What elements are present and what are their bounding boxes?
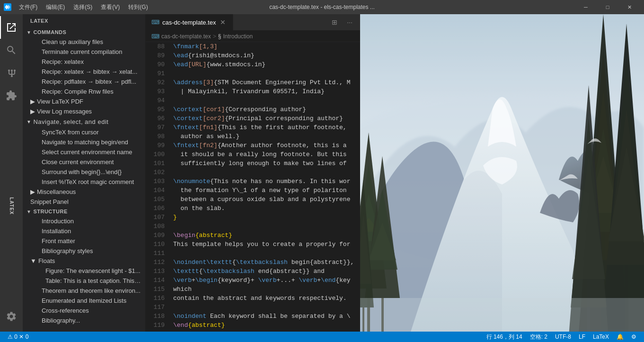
struct-cross-ref[interactable]: Cross-references <box>23 306 145 316</box>
status-line-ending[interactable]: LF <box>575 332 589 342</box>
cmd-recipe-rnw[interactable]: Recipe: Compile Rnw files <box>23 87 145 96</box>
activity-settings[interactable] <box>0 305 23 328</box>
struct-front-matter[interactable]: Front matter <box>23 236 145 246</box>
line-number: 89 <box>146 51 165 60</box>
menu-edit[interactable]: 编辑(E) <box>42 2 69 12</box>
status-spaces[interactable]: 空格: 2 <box>526 332 551 342</box>
cmd-recipe-xelatex[interactable]: Recipe: xelatex <box>23 57 145 67</box>
status-feedback[interactable]: 🔔 <box>613 332 627 342</box>
structure-section-header[interactable]: ▼ STRUCTURE <box>23 207 145 216</box>
code-editor[interactable]: \fnmark[1,3]\ead{rishi@stmdocs.in}\ead[U… <box>169 42 360 332</box>
status-remote[interactable]: ⚙ <box>627 332 640 342</box>
more-actions-button[interactable]: ··· <box>343 16 356 29</box>
code-line <box>173 96 360 105</box>
struct-bibliography[interactable]: Bibliography styles <box>23 246 145 256</box>
tex-label: LATEX <box>0 195 23 218</box>
cmd-clean-aux[interactable]: Clean up auxiliary files <box>23 37 145 47</box>
code-line: \texttt{\textbackslash end{abstract}} an… <box>173 267 360 276</box>
sidebar: LATEX ▼ COMMANDS Clean up auxiliary file… <box>23 14 146 332</box>
close-button[interactable]: ✕ <box>618 0 640 14</box>
struct-enumerated[interactable]: Enumerated and Itemized Lists <box>23 296 145 306</box>
float-table[interactable]: Table: This is a test caption. This i... <box>23 276 145 286</box>
breadcrumb-separator: > <box>213 33 216 40</box>
commands-section-header[interactable]: ▼ COMMANDS <box>23 27 145 37</box>
split-editor-button[interactable]: ⊞ <box>328 16 341 29</box>
line-number: 91 <box>146 69 165 78</box>
line-number: 111 <box>146 249 165 258</box>
cmd-recipe-xelatex-bibtex[interactable]: Recipe: xelatex → bibtex → xelat... <box>23 67 145 77</box>
navigate-label: Navigate, select, and edit <box>33 118 108 125</box>
floats-header[interactable]: ▼ Floats <box>23 256 145 266</box>
navigate-section-header[interactable]: ▼ Navigate, select, and edit <box>23 116 145 127</box>
struct-installation[interactable]: Installation <box>23 226 145 236</box>
breadcrumb: ⌨ cas-dc-template.tex > § Introduction <box>146 31 360 42</box>
menu-file[interactable]: 文件(F) <box>15 2 41 12</box>
status-language[interactable]: LaTeX <box>589 332 613 342</box>
activity-extensions[interactable] <box>0 84 23 107</box>
code-line <box>173 69 360 78</box>
breadcrumb-section-icon: § <box>218 33 221 40</box>
active-tab[interactable]: ⌨ cas-dc-template.tex ✕ <box>146 14 233 30</box>
activity-explorer[interactable] <box>0 16 23 39</box>
activity-git[interactable] <box>0 61 23 84</box>
code-line: \ead{rishi@stmdocs.in} <box>173 51 360 60</box>
status-position[interactable]: 行 146，列 14 <box>483 332 526 342</box>
view-log-messages[interactable]: ▶ View Log messages <box>23 106 145 116</box>
tab-close-button[interactable]: ✕ <box>219 18 227 26</box>
line-number: 100 <box>146 150 165 159</box>
breadcrumb-file-icon: ⌨ <box>151 33 159 40</box>
line-number: 99 <box>146 141 165 150</box>
window-controls[interactable]: ─ □ ✕ <box>575 0 640 14</box>
minimize-button[interactable]: ─ <box>575 0 597 14</box>
line-number: 112 <box>146 258 165 267</box>
code-line <box>173 249 360 258</box>
snippet-panel-item[interactable]: Snippet Panel <box>23 197 145 207</box>
struct-bib[interactable]: Bibliography... <box>23 316 145 325</box>
view-latex-pdf[interactable]: ▶ View LaTeX PDF <box>23 96 145 106</box>
struct-introduction[interactable]: Introduction <box>23 216 145 226</box>
status-position-text: 行 146，列 14 <box>486 333 522 341</box>
tab-file-icon: ⌨ <box>151 19 159 26</box>
main-layout: LATEX LATEX ▼ COMMANDS Clean up auxiliar… <box>0 14 644 332</box>
maximize-button[interactable]: □ <box>597 0 618 14</box>
line-number: 107 <box>146 213 165 222</box>
nav-surround[interactable]: Surround with begin{}...\end{} <box>23 167 145 177</box>
activity-search[interactable] <box>0 39 23 61</box>
code-line: \verb+\begin{keyword}+ \verb+...+ \verb+… <box>173 276 360 285</box>
misc-label: Miscellaneous <box>37 188 76 195</box>
menu-bar[interactable]: 文件(F) 编辑(E) 选择(S) 查看(V) 转到(G) <box>15 2 152 12</box>
status-problems[interactable]: ⚠ 0 ✕ 0 <box>4 332 32 342</box>
miscellaneous-item[interactable]: ▶ Miscellaneous <box>23 187 145 197</box>
nav-select-env[interactable]: Select current environment name <box>23 147 145 157</box>
line-number: 97 <box>146 123 165 132</box>
activity-bar: LATEX <box>0 14 23 332</box>
line-numbers: 8889909192939495969798991001011021031041… <box>146 42 169 332</box>
code-line: | Malayinkil, Trivandrum 695571, India} <box>173 87 360 96</box>
code-line: \fntext[fn2]{Another author footnote, th… <box>173 141 360 150</box>
status-encoding[interactable]: UTF-8 <box>551 332 575 342</box>
structure-label: STRUCTURE <box>33 209 67 214</box>
cmd-terminate[interactable]: Terminate current compilation <box>23 47 145 57</box>
cmd-recipe-pdflatex-bibtex[interactable]: Recipe: pdflatex → bibtex → pdfl... <box>23 77 145 87</box>
nav-synctex[interactable]: SyncTeX from cursor <box>23 127 145 137</box>
code-line <box>173 222 360 231</box>
line-number: 117 <box>146 303 165 312</box>
nav-insert-root[interactable]: Insert %!TeX root magic comment <box>23 177 145 187</box>
nav-matching[interactable]: Navigate to matching begin/end <box>23 137 145 147</box>
breadcrumb-file[interactable]: cas-dc-template.tex <box>161 33 211 40</box>
menu-view[interactable]: 查看(V) <box>97 2 124 12</box>
line-number: 113 <box>146 267 165 276</box>
nav-close-env[interactable]: Close current environment <box>23 157 145 167</box>
struct-theorem[interactable]: Theorem and theorem like environ... <box>23 286 145 296</box>
breadcrumb-section[interactable]: Introduction <box>223 33 253 40</box>
structure-arrow-icon: ▼ <box>26 209 31 214</box>
float-figure[interactable]: Figure: The evanescent light - $1... <box>23 266 145 276</box>
code-line: \fntext[fn1]{This is the first author fo… <box>173 123 360 132</box>
menu-select[interactable]: 选择(S) <box>70 2 96 12</box>
floats-label: Floats <box>38 257 55 264</box>
line-number: 93 <box>146 87 165 96</box>
line-number: 94 <box>146 96 165 105</box>
image-panel <box>360 14 644 332</box>
line-number: 96 <box>146 114 165 123</box>
menu-goto[interactable]: 转到(G) <box>124 2 151 12</box>
